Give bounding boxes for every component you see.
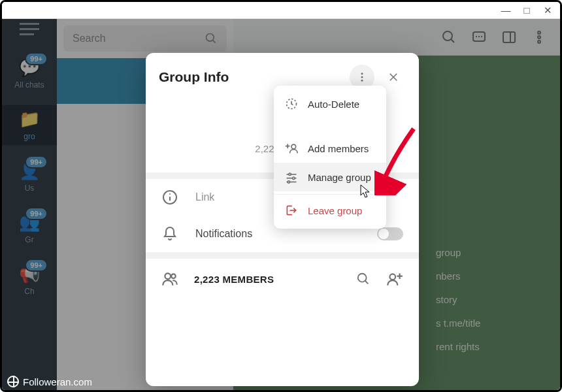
admin-panel-peek: group nbers story s t.me/title rent righ…: [436, 241, 540, 359]
notifications-toggle[interactable]: [377, 227, 403, 240]
info-icon: [161, 189, 178, 205]
sidebar-item-label: Gr: [25, 235, 33, 244]
dropdown-auto-delete[interactable]: Auto-Delete: [274, 90, 386, 118]
mouse-cursor: [359, 184, 372, 199]
sidebar-item-ch[interactable]: 99+ 📢 Ch: [2, 260, 57, 300]
unread-badge: 99+: [25, 155, 48, 169]
more-icon[interactable]: [531, 29, 547, 45]
annotation-arrow: [374, 123, 420, 195]
svg-point-12: [538, 41, 540, 43]
modal-title: Group Info: [159, 69, 343, 85]
menu-icon[interactable]: [20, 28, 39, 30]
watermark: Followeran.com: [7, 376, 92, 387]
sidebar-item-label: gro: [24, 132, 35, 141]
svg-point-35: [293, 177, 295, 179]
search-placeholder: Search: [73, 33, 106, 44]
svg-point-11: [538, 36, 540, 39]
window-minimize-button[interactable]: —: [496, 3, 516, 18]
svg-point-22: [171, 274, 176, 278]
add-member-button[interactable]: [386, 270, 403, 287]
sidebar-item-all-chats[interactable]: 99+ 💬 All chats: [2, 54, 57, 93]
svg-point-2: [443, 31, 452, 41]
svg-point-27: [389, 274, 395, 280]
leave-icon: [284, 204, 299, 217]
divider: [146, 252, 419, 259]
svg-point-31: [291, 144, 296, 149]
sidebar-item-label: All chats: [14, 80, 44, 90]
window-maximize-button[interactable]: □: [517, 3, 537, 18]
group-actions-dropdown: Auto-Delete Add members Manage group Lea…: [274, 86, 386, 229]
sidebar-item-folder[interactable]: 📁 gro: [2, 105, 57, 145]
discuss-icon[interactable]: [471, 29, 487, 45]
svg-point-20: [169, 193, 171, 195]
dropdown-label: Manage group: [308, 172, 371, 183]
svg-point-37: [288, 181, 289, 183]
svg-line-3: [451, 39, 454, 42]
svg-line-1: [213, 41, 216, 43]
sidebar-item-gr[interactable]: 99+ 👥 Gr: [2, 208, 57, 248]
notifications-label: Notifications: [195, 228, 360, 240]
modal-close-button[interactable]: [381, 65, 406, 90]
svg-point-15: [361, 80, 363, 82]
add-user-icon: [284, 142, 299, 155]
unread-badge: 99+: [25, 259, 48, 272]
sidebar-item-us[interactable]: 99+ 👤 Us: [2, 157, 57, 197]
svg-point-0: [207, 34, 214, 42]
dropdown-label: Auto-Delete: [308, 99, 359, 110]
window-close-button[interactable]: ✕: [538, 3, 557, 18]
bell-icon: [161, 226, 178, 242]
globe-icon: [7, 376, 19, 387]
timer-icon: [284, 97, 299, 110]
chat-header: [233, 19, 560, 56]
sliders-icon: [284, 171, 299, 184]
svg-point-10: [538, 31, 540, 34]
search-icon: [205, 32, 218, 45]
svg-rect-8: [503, 32, 515, 42]
sidebar: 99+ 💬 All chats 📁 gro 99+ 👤 Us 99+ 👥 Gr …: [2, 19, 57, 390]
svg-point-33: [289, 173, 291, 175]
search-input[interactable]: Search: [63, 25, 227, 52]
svg-point-13: [361, 73, 363, 74]
dropdown-label: Add members: [308, 143, 369, 154]
svg-point-23: [358, 274, 367, 282]
sidepanel-icon[interactable]: [501, 29, 517, 45]
members-icon: [161, 270, 178, 287]
sidebar-item-label: Ch: [24, 287, 34, 296]
folder-icon: 📁: [19, 109, 40, 129]
dropdown-add-members[interactable]: Add members: [274, 134, 386, 163]
window-titlebar: — □ ✕: [2, 2, 560, 19]
search-icon[interactable]: [441, 29, 457, 45]
unread-badge: 99+: [25, 207, 48, 220]
members-count-label: 2,223 MEMBERS: [194, 274, 340, 285]
members-row: 2,223 MEMBERS: [146, 259, 419, 299]
dropdown-label: Leave group: [308, 205, 362, 216]
unread-badge: 99+: [25, 52, 48, 65]
sidebar-item-label: Us: [25, 184, 35, 193]
search-members-button[interactable]: [356, 272, 371, 286]
svg-point-21: [165, 273, 171, 279]
svg-line-24: [365, 281, 369, 284]
svg-point-14: [361, 76, 363, 78]
